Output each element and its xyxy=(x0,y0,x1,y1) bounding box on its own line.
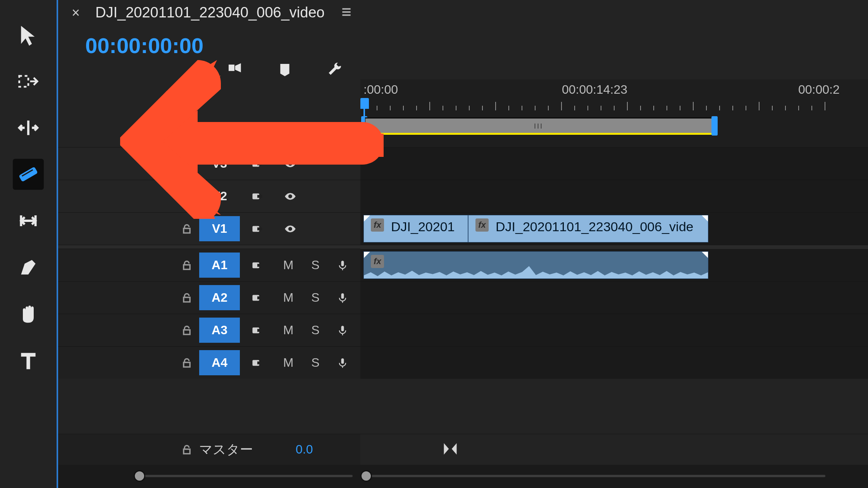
pen-tool[interactable] xyxy=(13,252,44,283)
svg-rect-17 xyxy=(341,293,344,299)
toggle-visibility-icon[interactable] xyxy=(275,191,306,202)
track-lane[interactable] xyxy=(360,148,868,180)
hand-tool[interactable] xyxy=(13,298,44,329)
ruler-tick-label: :00:00 xyxy=(363,82,398,97)
sync-lock-icon[interactable] xyxy=(240,292,275,304)
marker-icon[interactable] xyxy=(275,60,294,79)
svg-rect-19 xyxy=(257,329,262,332)
track-lane[interactable] xyxy=(360,180,868,212)
mute-button[interactable]: M xyxy=(275,258,302,272)
lock-icon[interactable] xyxy=(174,357,199,368)
sync-lock-icon[interactable] xyxy=(240,223,275,235)
mute-button[interactable]: M xyxy=(275,356,302,370)
lock-icon[interactable] xyxy=(174,223,199,234)
track-lane[interactable] xyxy=(360,282,868,314)
ripple-edit-tool[interactable] xyxy=(13,112,44,143)
audio-track: A3 M S xyxy=(58,314,868,346)
clip-title: DJI_20201 xyxy=(391,219,455,234)
waveform xyxy=(364,263,708,278)
zoom-handle-right[interactable] xyxy=(360,470,372,482)
sync-lock-icon[interactable] xyxy=(240,325,275,336)
svg-rect-14 xyxy=(341,261,344,266)
tool-palette xyxy=(0,0,58,488)
lock-icon[interactable] xyxy=(174,444,199,455)
sync-lock-icon[interactable] xyxy=(240,357,275,369)
audio-track: A1 M S fx xyxy=(58,249,868,281)
fx-badge-icon: fx xyxy=(371,255,384,268)
track-select-forward-tool[interactable] xyxy=(13,66,44,97)
lock-icon[interactable] xyxy=(174,260,199,271)
track-lane[interactable]: fx xyxy=(360,249,868,281)
solo-button[interactable]: S xyxy=(302,356,329,370)
lock-icon[interactable] xyxy=(174,191,199,202)
solo-button[interactable]: S xyxy=(302,258,329,272)
playhead-line xyxy=(363,103,365,147)
track-label[interactable]: A1 xyxy=(199,253,240,278)
svg-rect-22 xyxy=(257,361,262,364)
lock-icon[interactable] xyxy=(174,292,199,303)
audio-track: A4 M S xyxy=(58,346,868,379)
solo-button[interactable]: S xyxy=(302,323,329,337)
track-label[interactable]: V2 xyxy=(199,184,240,209)
voiceover-icon[interactable] xyxy=(329,258,356,272)
sync-lock-icon[interactable] xyxy=(240,191,275,202)
sequence-tabbar: × DJI_20201101_223040_006_video xyxy=(58,0,868,25)
solo-button[interactable]: S xyxy=(302,290,329,305)
ruler-tick-label: 00:00:14:23 xyxy=(562,82,627,97)
master-track-label: マスター xyxy=(199,441,253,459)
workarea-bar[interactable]: III xyxy=(364,117,713,135)
wrench-icon[interactable] xyxy=(326,60,345,79)
mute-button[interactable]: M xyxy=(275,290,302,305)
video-track: V3 xyxy=(58,147,868,180)
timeline-header-tools xyxy=(58,60,868,79)
clip-title: DJI_20201101_223040_006_vide xyxy=(496,219,693,234)
fx-badge-icon: fx xyxy=(371,218,384,232)
video-track: V2 xyxy=(58,180,868,212)
toggle-visibility-icon[interactable] xyxy=(275,158,306,170)
razor-tool[interactable] xyxy=(13,159,44,190)
master-volume-value[interactable]: 0.0 xyxy=(296,442,313,457)
mute-button[interactable]: M xyxy=(275,323,302,337)
selection-tool[interactable] xyxy=(13,19,44,50)
track-label[interactable]: A3 xyxy=(199,318,240,343)
collapse-icon[interactable] xyxy=(442,440,459,459)
lock-icon[interactable] xyxy=(174,158,199,169)
svg-rect-1 xyxy=(19,167,38,182)
voiceover-icon[interactable] xyxy=(329,291,356,305)
track-label[interactable]: V1 xyxy=(199,216,240,241)
svg-rect-23 xyxy=(341,358,344,364)
track-label[interactable]: A2 xyxy=(199,285,240,310)
fx-badge-icon: fx xyxy=(475,218,489,232)
track-label[interactable]: V3 xyxy=(199,151,240,176)
sync-lock-icon[interactable] xyxy=(240,158,275,170)
svg-rect-7 xyxy=(257,162,262,165)
svg-rect-9 xyxy=(257,195,262,198)
audio-track: A2 M S xyxy=(58,281,868,314)
video-track: V1 fx DJI_20201 fx DJI_20201101_223040_0… xyxy=(58,212,868,245)
workarea-end-handle[interactable] xyxy=(711,116,718,136)
svg-rect-13 xyxy=(257,264,262,267)
audio-clip[interactable]: fx xyxy=(363,251,708,279)
slip-tool[interactable] xyxy=(13,205,44,236)
voiceover-icon[interactable] xyxy=(329,356,356,370)
sync-lock-icon[interactable] xyxy=(240,259,275,271)
timeline-zoom-bar[interactable] xyxy=(58,465,868,488)
track-lane[interactable]: fx DJI_20201 fx DJI_20201101_223040_006_… xyxy=(360,213,868,245)
video-clip[interactable]: fx DJI_20201 xyxy=(363,215,468,242)
svg-rect-20 xyxy=(341,326,344,331)
svg-rect-0 xyxy=(19,76,28,87)
insert-overwrite-icon[interactable] xyxy=(225,60,244,79)
zoom-handle-left[interactable] xyxy=(134,470,145,482)
video-clip[interactable]: fx DJI_20201101_223040_006_vide xyxy=(468,215,708,242)
time-ruler[interactable]: :00:00 00:00:14:23 00:00:2 III xyxy=(360,79,868,147)
track-label[interactable]: A4 xyxy=(199,350,240,375)
tab-menu-icon[interactable] xyxy=(340,6,353,20)
toggle-visibility-icon[interactable] xyxy=(275,223,306,235)
svg-rect-16 xyxy=(257,296,262,299)
type-tool[interactable] xyxy=(13,345,44,376)
track-lane[interactable] xyxy=(360,347,868,379)
track-lane[interactable] xyxy=(360,314,868,346)
close-tab-button[interactable]: × xyxy=(72,5,80,21)
lock-icon[interactable] xyxy=(174,325,199,336)
voiceover-icon[interactable] xyxy=(329,323,356,337)
